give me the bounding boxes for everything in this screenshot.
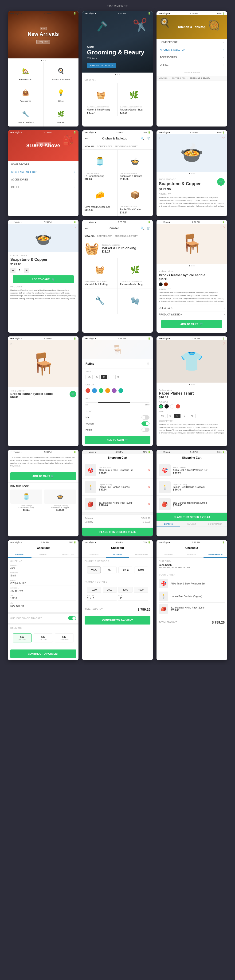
tab-view-all-g[interactable]: VIEW ALL (85, 235, 95, 237)
tab-grooming-g[interactable]: GROOMING & BEAUTY (115, 235, 138, 237)
method-other[interactable]: Other (134, 566, 148, 573)
cat-office[interactable]: 💡 Office (44, 84, 79, 105)
step-payment-2[interactable]: PAYMENT (32, 552, 55, 558)
size-xl[interactable]: XL (115, 375, 122, 379)
garden-product-3[interactable]: 🔧 (82, 289, 118, 314)
garden-cart-icon[interactable]: 🛒 (147, 226, 150, 230)
color-green[interactable] (99, 388, 103, 393)
swatch-green[interactable] (159, 404, 163, 409)
search-icon[interactable]: 🔍 (140, 137, 145, 140)
delivery-standard[interactable]: $19 3-4 Days (13, 633, 32, 643)
toggle-man[interactable] (142, 415, 150, 420)
add-to-cart-btn[interactable]: ADD TO CART🛒 (13, 275, 74, 283)
field-firstname[interactable]: John (10, 567, 76, 570)
step-confirmation[interactable]: CONFIRMATION (203, 522, 227, 527)
shop-now-btn[interactable]: Shop Now (36, 142, 51, 146)
cat-row-kitchen-2[interactable]: KITCHEN & TABLETOP› (8, 169, 79, 176)
expose-collection-btn[interactable]: EXPOSE COLLECTION (87, 63, 116, 68)
cart-icon[interactable]: 🛒 (147, 137, 150, 140)
new-arrivals-hero[interactable]: Kauf New Arrivals Shop Now (8, 11, 79, 59)
color-red[interactable] (85, 388, 90, 393)
size-l[interactable]: L (109, 375, 114, 379)
step-payment[interactable]: PAYMENT (180, 522, 203, 527)
garden-product-1[interactable]: 🧺 Garden Accessories Market & Fruit Pick… (82, 258, 118, 289)
step-shipping-3[interactable]: SHIPPING (82, 552, 106, 558)
card-num-2[interactable]: 2000 (103, 587, 117, 593)
cat-row-accessories-2[interactable]: ACCESSORIES› (8, 176, 79, 183)
cat-row-office-2[interactable]: OFFICE› (8, 183, 79, 191)
field-lastname[interactable]: Smith (10, 574, 76, 578)
color-yellow[interactable] (105, 388, 110, 393)
method-paypal[interactable]: PayPal (118, 566, 132, 573)
garden-back[interactable]: ← (85, 226, 88, 231)
look-item-soapstone[interactable]: 🍲 Cooking & Baking Soapstone & Copper $1… (44, 490, 76, 511)
field-address[interactable]: 390 5th Ave (10, 589, 76, 593)
featured-product-garden[interactable]: 🧺 Garden Accessories Market & Fruit Pick… (82, 239, 153, 258)
cat-row-kitchen[interactable]: KITCHEN & TABLETOP› (156, 46, 227, 54)
product-soapstone[interactable]: 🍲 Cooking & Baking Soapstone & Copper $1… (118, 150, 153, 183)
cat-garden[interactable]: 🌿 Garden (44, 105, 79, 127)
product-trug[interactable]: 🌿 Garden Accessories Rathens Garden Trug… (118, 83, 151, 116)
card-num-4[interactable]: 4000 (134, 587, 148, 593)
product-parfait[interactable]: 🫙 Food Storage La Parfait Canning $12.24 (82, 150, 118, 183)
method-visa[interactable]: VISA (87, 566, 101, 573)
cat-row-home-2[interactable]: HOME DECORE› (8, 161, 79, 168)
size-xl-fashion[interactable]: XL (189, 414, 196, 418)
step-confirmation-3[interactable]: CONFIRMATION (129, 552, 153, 558)
size-xs-fashion[interactable]: XS (159, 414, 166, 418)
step-shipping-2[interactable]: SHIPPING (8, 552, 32, 558)
garden-product-2[interactable]: 🌿 Garden Accessories Rathens Garden Trug (118, 258, 153, 289)
place-order-btn-1[interactable]: PLACE THIS ORDER $ 719.26 (82, 528, 153, 536)
swatch-black[interactable] (164, 404, 169, 409)
cat-accessories[interactable]: 👜 Accessories (8, 84, 43, 105)
continue-payment-btn-2[interactable]: CONTINUE TO PAYMENT (85, 616, 150, 625)
back-icon[interactable]: ← (85, 137, 88, 141)
step-payment-4[interactable]: PAYMENT (180, 552, 203, 558)
look-item-parfait[interactable]: 🫙 Food Storage La Parfait Canning $13.24 (10, 490, 42, 511)
cat-row-home[interactable]: HOME DECORE› (156, 39, 227, 46)
step-confirmation-4[interactable]: CONFIRMATION (203, 552, 227, 558)
method-mc[interactable]: MC (103, 566, 117, 573)
cat-row-office[interactable]: OFFICE› (156, 61, 227, 68)
remove-hiking[interactable]: ✕ (148, 503, 150, 506)
field-ccv[interactable]: 123 (118, 597, 148, 601)
grooming-hero[interactable]: ✂️ 🪒 Kauf Grooming & Beauty 376 Items EX… (82, 11, 153, 73)
step-payment-3[interactable]: PAYMENT (106, 552, 129, 558)
card-num-3[interactable]: 3000 (118, 587, 132, 593)
step-shipping-4[interactable]: SHIPPING (156, 552, 180, 558)
delivery-same-day[interactable]: $49 Same Day (55, 633, 74, 643)
garden-product-4[interactable]: 🧤 (118, 289, 153, 314)
size-s[interactable]: S (94, 375, 99, 379)
add-to-cart-fashion[interactable]: ADD TO CART 🛒 (10, 473, 76, 480)
garden-search-icon[interactable]: 🔍 (140, 226, 145, 230)
swatch-red[interactable] (176, 404, 180, 409)
toggle-woman[interactable] (142, 422, 150, 426)
qty-minus-btn[interactable]: − (10, 268, 16, 273)
filter-close-icon[interactable]: ✕ (147, 361, 150, 366)
add-to-cart-filter[interactable]: ADD TO CART 🛒 (85, 436, 150, 444)
tab-grooming[interactable]: GROOMING & BEAUTY (115, 145, 138, 148)
continue-payment-btn[interactable]: CONTINUE TO PAYMENT (10, 649, 76, 658)
step-shipping[interactable]: SHIPPING (156, 522, 180, 527)
cat-row-accessories[interactable]: ACCESSORIES› (156, 54, 227, 61)
color-purple[interactable] (112, 388, 117, 393)
sms-toggle[interactable] (68, 616, 76, 620)
size-xs[interactable]: XS (85, 375, 93, 379)
field-mmyy[interactable]: 01 / 16 (87, 597, 117, 601)
size-l-fashion[interactable]: L (182, 414, 187, 418)
product-basket[interactable]: 🧺 Garden Accessories Market & Fruit Pick… (85, 83, 118, 116)
tab-coffee-tea[interactable]: COFFEE & TEA (97, 145, 112, 148)
card-num-1[interactable]: 1000 (87, 587, 101, 593)
qty-plus-btn[interactable]: + (24, 268, 29, 273)
shop-now-button[interactable]: Shop Now (36, 40, 50, 44)
delivery-express[interactable]: $29 1-2 Days (34, 633, 53, 643)
field-phone[interactable]: (123) 456-7891 (10, 582, 76, 585)
add-to-cart-saddle[interactable]: ADD TO CART🛒 (161, 320, 222, 328)
tab-coffee-g[interactable]: COFFEE & TEA (97, 235, 112, 237)
color-teal[interactable] (118, 388, 123, 393)
size-m-fashion[interactable]: M (174, 414, 180, 418)
use-care-row[interactable]: USE & CARE› (159, 305, 225, 311)
swatch-white[interactable] (170, 404, 174, 409)
field-city[interactable]: New York NY (10, 605, 76, 608)
field-zip[interactable]: 10118 (10, 597, 76, 600)
